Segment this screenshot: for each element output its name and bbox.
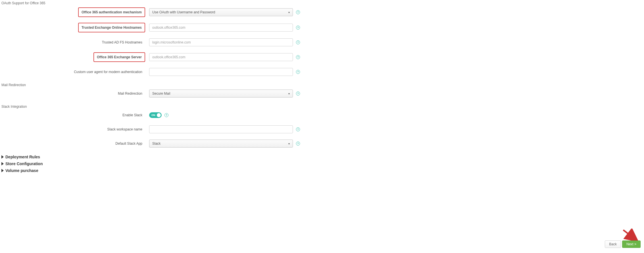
help-icon[interactable]: ? xyxy=(164,113,168,117)
select-slack-value: Slack xyxy=(152,142,161,146)
help-icon[interactable]: ? xyxy=(296,26,300,30)
accordion-label: Deployment Rules xyxy=(5,155,40,159)
input-trusted-hosts[interactable] xyxy=(149,24,293,32)
accordion-label: Store Configuration xyxy=(5,161,43,166)
label-default-slack-app: Default Slack App xyxy=(112,139,145,148)
input-slack-workspace[interactable] xyxy=(149,125,293,133)
svg-line-0 xyxy=(623,230,635,239)
label-exchange-server: Office 365 Exchange Server xyxy=(93,52,145,62)
input-adfs[interactable] xyxy=(149,38,293,46)
caret-down-icon: ▾ xyxy=(288,92,290,95)
label-adfs: Trusted AD FS Hostnames xyxy=(99,38,145,47)
label-slack-workspace: Slack workspace name xyxy=(105,125,145,134)
triangle-right-icon xyxy=(1,155,4,159)
label-trusted-hosts: Trusted Exchange Online Hostnames xyxy=(78,23,145,32)
help-icon[interactable]: ? xyxy=(296,10,300,14)
select-default-slack-app[interactable]: Slack ▾ xyxy=(149,140,293,148)
select-mail-redirection[interactable]: Secure Mail ▾ xyxy=(149,90,293,98)
annotation-arrow-icon xyxy=(622,229,639,242)
select-auth-mechanism[interactable]: Use OAuth with Username and Password ▾ xyxy=(149,8,293,16)
next-button[interactable]: Next > xyxy=(622,240,641,248)
input-exchange-server[interactable] xyxy=(149,53,293,61)
caret-down-icon: ▾ xyxy=(288,11,290,14)
accordion-store-configuration[interactable]: Store Configuration xyxy=(1,161,644,166)
help-icon[interactable]: ? xyxy=(296,92,300,96)
triangle-right-icon xyxy=(1,169,4,172)
back-button[interactable]: Back xyxy=(605,240,621,248)
section-title-slack: Slack Integration xyxy=(0,103,644,109)
select-auth-value: Use OAuth with Username and Password xyxy=(152,10,215,14)
help-icon[interactable]: ? xyxy=(296,127,300,131)
label-user-agent: Custom user agent for modern authenticat… xyxy=(71,68,145,76)
label-enable-slack: Enable Slack xyxy=(120,111,145,119)
help-icon[interactable]: ? xyxy=(296,70,300,74)
section-title-oauth: OAuth Support for Office 365 xyxy=(0,0,644,5)
accordion-label: Volume purchase xyxy=(5,168,38,173)
help-icon[interactable]: ? xyxy=(296,55,300,59)
input-user-agent[interactable] xyxy=(149,68,293,76)
section-title-mail: Mail Redirection xyxy=(0,82,644,87)
toggle-state: ON xyxy=(149,114,155,117)
toggle-enable-slack[interactable]: ON xyxy=(149,112,162,118)
accordion-volume-purchase[interactable]: Volume purchase xyxy=(1,168,644,173)
label-mail-redirection: Mail Redirection xyxy=(115,89,145,98)
caret-down-icon: ▾ xyxy=(288,142,290,145)
help-icon[interactable]: ? xyxy=(296,40,300,44)
label-auth-mechanism: Office 365 authentication mechanism xyxy=(78,7,145,17)
accordion-deployment-rules[interactable]: Deployment Rules xyxy=(1,155,644,159)
help-icon[interactable]: ? xyxy=(296,142,300,146)
select-mail-value: Secure Mail xyxy=(152,92,170,96)
triangle-right-icon xyxy=(1,162,4,165)
toggle-knob xyxy=(157,113,161,117)
